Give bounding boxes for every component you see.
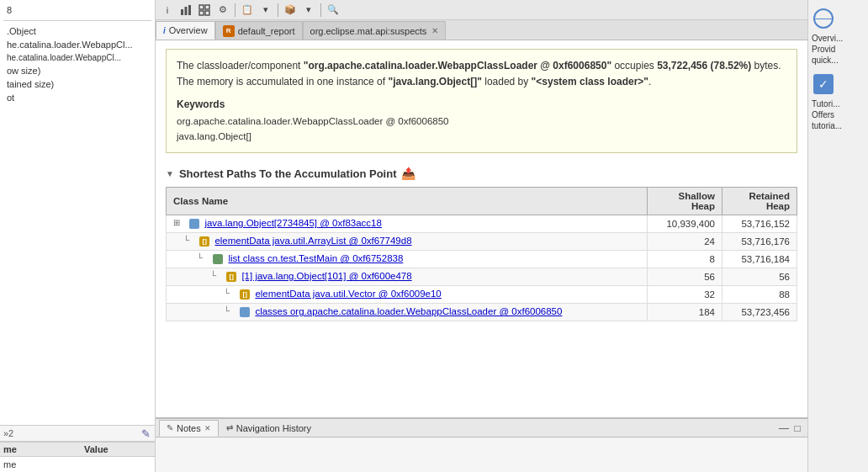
chart-button[interactable] <box>177 2 194 19</box>
table-row: └ classes org.apache.catalina.loader.Web… <box>167 304 797 321</box>
checkmark-icon: ✓ <box>813 74 834 94</box>
row-shallow-5: 184 <box>648 304 722 321</box>
bottom-notes-content[interactable] <box>156 438 807 472</box>
toolbar-sep-2 <box>278 3 278 17</box>
tab-nav-history[interactable]: ⇄ Navigation History <box>219 420 319 437</box>
paths-table: Class Name ShallowHeap RetainedHeap ⊞ ja… <box>166 187 797 321</box>
right-panel-overview[interactable]: Overvi...Providquick... <box>812 7 865 66</box>
attributes-table: me Value me <box>0 442 155 472</box>
tab-default-report[interactable]: R default_report <box>215 21 303 40</box>
class-link-1[interactable]: elementData java.util.ArrayList @ 0xf677… <box>214 236 411 246</box>
tab-notes-label: Notes <box>177 423 201 433</box>
toolbar: i ⚙ 📋 ▾ 📦 ▾ 🔍 <box>156 0 807 20</box>
keywords-section: Keywords org.apache.catalina.loader.Weba… <box>177 97 786 144</box>
table-row-me: me <box>0 457 155 472</box>
sidebar-item-testbean[interactable]: .Object <box>3 24 151 38</box>
class-link-5[interactable]: classes org.apache.catalina.loader.Webap… <box>255 306 562 316</box>
class-link-4[interactable]: elementData java.util.Vector @ 0xf6009e1… <box>255 289 441 299</box>
table-row: ⊞ java.lang.Object[2734845] @ 0xf83acc18… <box>167 215 797 233</box>
row-classname-1: └ [] elementData java.util.ArrayList @ 0… <box>167 233 648 251</box>
bottom-tabs-bar: ✎ Notes ✕ ⇄ Navigation History — □ <box>156 419 807 438</box>
minimize-button[interactable]: — <box>777 422 791 435</box>
tree-node-icon-5: └ <box>224 306 236 318</box>
tree-node-icon-3: └ <box>210 271 222 283</box>
globe-icon <box>813 8 834 29</box>
row-classname-3: └ [] [1] java.lang.Object[101] @ 0xf600e… <box>167 268 648 286</box>
tab-suspects[interactable]: org.eclipse.mat.api:suspects ✕ <box>303 21 447 40</box>
section-header: ▼ Shortest Paths To the Accumulation Poi… <box>166 167 797 180</box>
svg-rect-1 <box>185 7 188 15</box>
sidebar-item-8[interactable]: 8 <box>3 3 151 17</box>
svg-rect-6 <box>205 11 209 15</box>
sidebar-item-tainedsize[interactable]: tained size) <box>3 77 151 91</box>
sidebar-tree: 8 .Object he.catalina.loader.WebappCl...… <box>0 0 155 425</box>
right-panel-overview-text: Overvi...Providquick... <box>812 33 843 66</box>
bottom-panel: ✎ Notes ✕ ⇄ Navigation History — □ <box>156 417 807 472</box>
row-classname-0: ⊞ java.lang.Object[2734845] @ 0xf83acc18 <box>167 215 648 233</box>
table-row: └ list class cn.test.TestMain @ 0xf67528… <box>167 251 797 268</box>
list-icon-2 <box>213 254 223 264</box>
tab-overview-label: Overview <box>169 25 208 35</box>
notes-tab-icon: ✎ <box>167 423 173 432</box>
row-shallow-4: 32 <box>648 286 722 304</box>
left-sidebar: 8 .Object he.catalina.loader.WebappCl...… <box>0 0 156 472</box>
tab-suspects-label: org.eclipse.mat.api:suspects <box>310 26 427 36</box>
tree-node-icon-0: ⊞ <box>173 218 185 230</box>
svg-rect-4 <box>205 5 209 9</box>
row-classname-2: └ list class cn.test.TestMain @ 0xf67528… <box>167 251 648 268</box>
export-dropdown[interactable]: ▾ <box>300 2 317 19</box>
settings-button[interactable]: ⚙ <box>214 2 231 19</box>
table-row: └ [] elementData java.util.ArrayList @ 0… <box>167 233 797 251</box>
class-loader-name: "org.apache.catalina.loader.WebappClassL… <box>304 60 611 72</box>
nav-history-tab-icon: ⇄ <box>226 423 233 432</box>
attr-name: me <box>3 459 16 469</box>
class-link-0[interactable]: java.lang.Object[2734845] @ 0xf83acc18 <box>204 218 382 228</box>
keyword-2: java.lang.Object[] <box>177 129 786 144</box>
info-button[interactable]: i <box>159 2 176 19</box>
class-link-3[interactable]: [1] java.lang.Object[101] @ 0xf600e478 <box>241 271 411 281</box>
grid-button[interactable] <box>196 2 213 19</box>
sidebar-item-ot[interactable]: ot <box>3 91 151 104</box>
col-header-value: Value <box>84 444 151 454</box>
arr-icon-4: [] <box>240 289 250 300</box>
col-header-classname: Class Name <box>167 188 648 215</box>
main-content: i ⚙ 📋 ▾ 📦 ▾ 🔍 i Overview R default_repor… <box>156 0 807 472</box>
right-panel-tutorials[interactable]: ✓ Tutori...Offerstutoria... <box>812 72 865 131</box>
keywords-label: Keywords <box>177 97 786 113</box>
maximize-button[interactable]: □ <box>791 422 804 435</box>
obj-icon-5 <box>240 307 250 317</box>
sidebar-item-owsize[interactable]: ow size) <box>3 64 151 77</box>
tab-notes[interactable]: ✎ Notes ✕ <box>159 420 219 437</box>
class-link-2[interactable]: list class cn.test.TestMain @ 0xf6752838 <box>228 253 403 263</box>
tree-node-icon-4: └ <box>224 289 236 300</box>
search-button[interactable]: 🔍 <box>325 2 341 19</box>
col-header-shallow: ShallowHeap <box>648 188 722 215</box>
tab-notes-close[interactable]: ✕ <box>204 424 211 432</box>
report-button[interactable]: 📋 <box>239 2 256 19</box>
svg-rect-2 <box>188 5 191 15</box>
collapse-arrow-icon[interactable]: ▼ <box>166 169 174 178</box>
warning-text: The classloader/component "org.apache.ca… <box>177 58 786 90</box>
toolbar-sep-3 <box>320 3 321 17</box>
tab-suspects-close[interactable]: ✕ <box>431 26 438 35</box>
export-button[interactable]: 📦 <box>282 2 299 19</box>
row-retained-0: 53,716,152 <box>722 215 797 233</box>
svg-rect-5 <box>199 11 204 15</box>
section-title: Shortest Paths To the Accumulation Point <box>179 167 397 180</box>
row-retained-1: 53,716,176 <box>722 233 797 251</box>
row-retained-2: 53,716,184 <box>722 251 797 268</box>
section-export-icon[interactable]: 📤 <box>401 167 415 180</box>
sidebar-item-webappcl[interactable]: he.catalina.loader.WebappCl... <box>3 51 151 64</box>
attributes-edit-icon[interactable]: ✎ <box>140 427 151 439</box>
content-scroll-area[interactable]: The classloader/component "org.apache.ca… <box>156 40 807 417</box>
tab-report-label: default_report <box>238 26 295 36</box>
report-dropdown[interactable]: ▾ <box>257 2 274 19</box>
right-panel-tutorials-text: Tutori...Offerstutoria... <box>812 98 842 131</box>
tab-overview[interactable]: i Overview <box>156 21 215 40</box>
object-type: "java.lang.Object[]" <box>388 76 481 88</box>
arr-icon-3: [] <box>226 272 236 282</box>
sidebar-item-object[interactable]: he.catalina.loader.WebappCl... <box>3 38 151 51</box>
row-classname-5: └ classes org.apache.catalina.loader.Web… <box>167 304 648 321</box>
row-shallow-0: 10,939,400 <box>648 215 722 233</box>
obj-icon-0 <box>189 219 199 229</box>
